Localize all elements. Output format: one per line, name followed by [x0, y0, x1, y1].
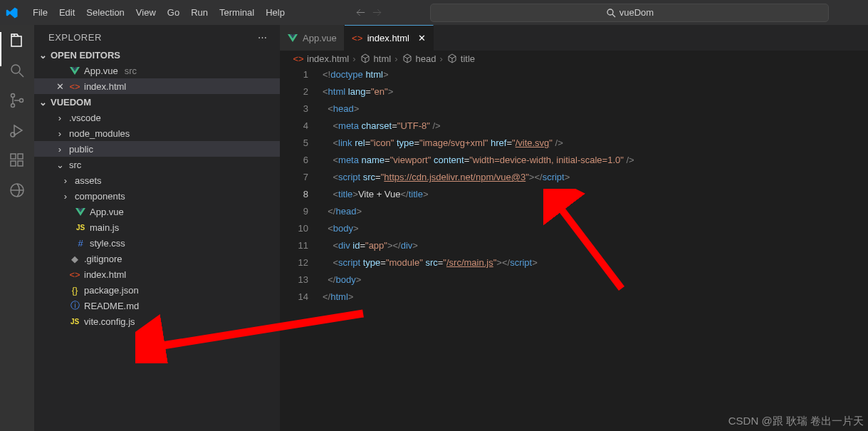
folder-item[interactable]: ›assets — [34, 172, 280, 188]
code-content[interactable]: <!doctype html><html lang="en"> <head> <… — [323, 66, 868, 431]
search-box[interactable]: vueDom — [430, 4, 829, 22]
chevron-right-icon: › — [60, 190, 71, 202]
css-icon: # — [75, 237, 86, 249]
js-icon: JS — [75, 222, 86, 233]
menu-edit[interactable]: Edit — [53, 4, 80, 21]
file-item[interactable]: ◆.gitignore — [34, 251, 280, 266]
file-item[interactable]: JSmain.js — [34, 219, 280, 235]
svg-point-6 — [20, 99, 23, 103]
breadcrumbs[interactable]: <>index.html›html›head›title — [280, 51, 868, 66]
js-icon: JS — [69, 316, 80, 327]
json-icon: {} — [69, 284, 80, 296]
menu-help[interactable]: Help — [260, 4, 291, 21]
svg-point-4 — [11, 94, 15, 98]
explorer-more-icon[interactable]: ⋯ — [258, 32, 268, 43]
folder-item[interactable]: ›public — [34, 141, 280, 157]
close-icon[interactable]: ✕ — [54, 81, 66, 92]
folder-item[interactable]: ›components — [34, 188, 280, 204]
file-item[interactable]: App.vue — [34, 204, 280, 219]
vue-icon — [69, 65, 80, 76]
explorer-title: EXPLORER — [48, 32, 102, 43]
search-text: vueDom — [619, 7, 654, 18]
tab-index-html[interactable]: <>index.html✕ — [345, 25, 434, 51]
menu-terminal[interactable]: Terminal — [214, 4, 260, 21]
html-icon: <> — [69, 81, 80, 92]
project-header[interactable]: ⌄ VUEDOM — [34, 94, 280, 110]
svg-rect-9 — [11, 161, 16, 166]
git-icon: ◆ — [69, 253, 80, 264]
chevron-right-icon: › — [60, 175, 71, 186]
cube-icon — [446, 53, 458, 64]
svg-rect-10 — [18, 161, 23, 166]
breadcrumb-item[interactable]: html — [360, 53, 392, 64]
watermark: CSDN @跟 耿瑞 卷出一片天 — [728, 415, 864, 428]
line-gutter: 1234567891011121314 — [280, 66, 323, 431]
menu-selection[interactable]: Selection — [80, 4, 130, 21]
chevron-down-icon: ⌄ — [37, 49, 48, 61]
html-icon: <> — [69, 269, 80, 280]
svg-rect-11 — [18, 154, 23, 159]
close-icon[interactable]: ✕ — [418, 33, 426, 43]
chevron-right-icon: › — [54, 128, 66, 139]
tabs-bar: App.vue<>index.html✕ — [280, 25, 868, 51]
vscode-logo-icon — [6, 6, 19, 19]
svg-rect-8 — [11, 154, 16, 159]
chevron-down-icon: ⌄ — [37, 96, 48, 108]
activity-bar — [0, 25, 34, 431]
chevron-right-icon: › — [54, 143, 66, 155]
extensions-icon[interactable] — [9, 152, 26, 169]
info-icon: ⓘ — [69, 300, 80, 311]
html-icon: <> — [352, 33, 363, 44]
breadcrumb-item[interactable]: head — [402, 53, 436, 64]
remote-icon[interactable] — [9, 182, 26, 199]
editor-area: App.vue<>index.html✕ <>index.html›html›h… — [280, 25, 868, 431]
menu-bar: FileEditSelectionViewGoRunTerminalHelp — [27, 7, 291, 18]
file-item[interactable]: ⓘREADME.md — [34, 298, 280, 313]
menu-view[interactable]: View — [130, 4, 162, 21]
nav-arrows: 🡠 🡢 — [356, 7, 382, 18]
search-activity-icon[interactable] — [9, 62, 26, 79]
menu-run[interactable]: Run — [185, 4, 214, 21]
breadcrumb-item[interactable]: <>index.html — [293, 53, 349, 64]
source-control-icon[interactable] — [9, 92, 26, 109]
open-editor-item[interactable]: ✕<>index.html — [34, 78, 280, 94]
debug-icon[interactable] — [9, 122, 26, 139]
vue-icon — [75, 206, 86, 217]
search-icon — [606, 8, 616, 18]
folder-item[interactable]: ⌄src — [34, 157, 280, 172]
menu-file[interactable]: File — [27, 4, 53, 21]
cube-icon — [360, 53, 371, 64]
html-icon: <> — [293, 53, 304, 64]
cube-icon — [402, 53, 413, 64]
open-editor-item[interactable]: App.vuesrc — [34, 63, 280, 78]
sidebar: EXPLORER ⋯ ⌄ OPEN EDITORS App.vuesrc✕<>i… — [34, 25, 280, 431]
chevron-right-icon: › — [54, 112, 66, 123]
file-item[interactable]: JSvite.config.js — [34, 313, 280, 329]
breadcrumb-item[interactable]: title — [446, 53, 475, 64]
nav-back-icon[interactable]: 🡠 — [356, 7, 365, 18]
svg-point-5 — [11, 104, 15, 108]
folder-item[interactable]: ›node_modules — [34, 125, 280, 141]
file-item[interactable]: #style.css — [34, 235, 280, 251]
svg-point-2 — [11, 65, 20, 73]
vue-icon — [287, 32, 298, 43]
svg-line-1 — [612, 14, 615, 17]
chevron-down-icon: ⌄ — [54, 159, 66, 170]
code-editor[interactable]: 1234567891011121314 <!doctype html><html… — [280, 66, 868, 431]
file-item[interactable]: <>index.html — [34, 266, 280, 282]
open-editors-header[interactable]: ⌄ OPEN EDITORS — [34, 47, 280, 63]
tab-App-vue[interactable]: App.vue — [280, 25, 345, 51]
svg-point-0 — [607, 9, 613, 15]
svg-line-3 — [19, 73, 23, 77]
titlebar: FileEditSelectionViewGoRunTerminalHelp 🡠… — [0, 0, 868, 25]
file-item[interactable]: {}package.json — [34, 282, 280, 298]
folder-item[interactable]: ›.vscode — [34, 110, 280, 125]
explorer-icon[interactable] — [9, 32, 26, 49]
menu-go[interactable]: Go — [162, 4, 185, 21]
nav-forward-icon[interactable]: 🡢 — [372, 7, 382, 18]
